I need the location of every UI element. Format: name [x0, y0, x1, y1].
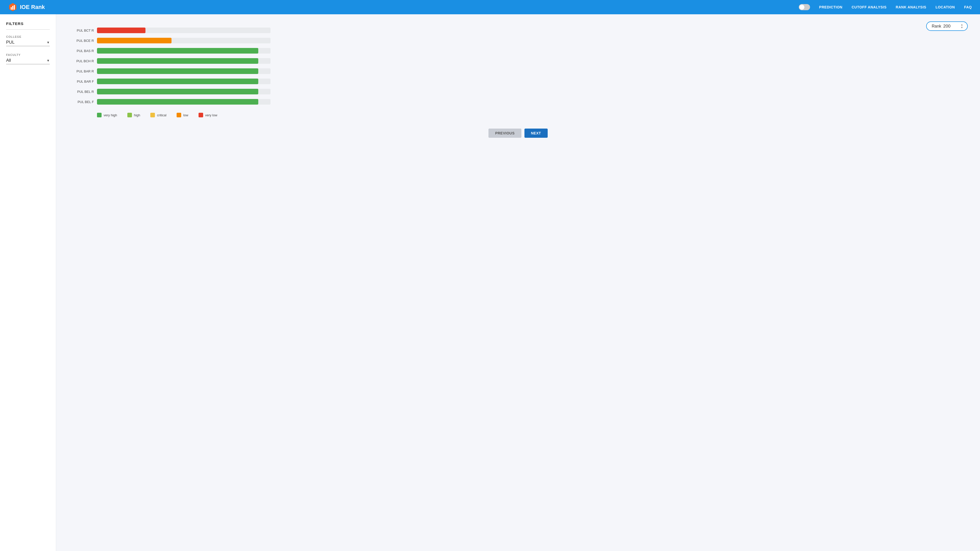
faculty-label: FACULTY: [6, 53, 50, 56]
college-filter-group: COLLEGE PUL ▼: [6, 35, 50, 46]
bar-row: PUL BAS R: [68, 48, 968, 54]
college-select[interactable]: PUL ▼: [6, 40, 50, 46]
svg-rect-3: [14, 5, 15, 10]
bar-fill: [97, 27, 145, 33]
legend-item-critical: critical: [150, 113, 166, 118]
bar-track: [97, 27, 270, 33]
faculty-value: All: [6, 58, 46, 63]
chevron-down-icon: ▼: [46, 41, 50, 44]
chevron-down-icon-faculty: ▼: [46, 59, 50, 62]
legend-item-very-low: very low: [199, 113, 218, 118]
nav-cutoff-analysis[interactable]: CUTOFF ANALYSIS: [852, 5, 886, 9]
bar-row: PUL BEL F: [68, 99, 968, 105]
svg-rect-1: [11, 7, 12, 10]
filters-title: FILTERS: [6, 21, 50, 26]
bar-row: PUL BEL R: [68, 89, 968, 94]
legend-item-low: low: [177, 113, 188, 118]
svg-rect-2: [12, 6, 13, 10]
rank-label: Rank: [932, 24, 941, 29]
header: IOE Rank PREDICTION CUTOFF ANALYSIS RANK…: [0, 0, 980, 14]
college-value: PUL: [6, 40, 46, 45]
faculty-select[interactable]: All ▼: [6, 58, 50, 64]
bar-fill: [97, 79, 258, 84]
bar-fill: [97, 38, 172, 43]
bar-label: PUL BAS R: [68, 49, 94, 53]
toggle-knob: [799, 5, 804, 10]
logo-icon: [8, 3, 18, 12]
rank-spinner[interactable]: ▲ ▼: [961, 24, 963, 29]
legend-label-low: low: [183, 113, 188, 117]
bar-fill: [97, 99, 258, 105]
bar-track: [97, 38, 270, 43]
bar-fill: [97, 58, 258, 64]
bar-fill: [97, 89, 258, 94]
bar-label: PUL BCH R: [68, 59, 94, 63]
bar-label: PUL BCT R: [68, 29, 94, 32]
bar-track: [97, 99, 270, 105]
legend-label-high: high: [134, 113, 140, 117]
pagination: PREVIOUS NEXT: [68, 129, 968, 138]
legend-color-low: [177, 113, 181, 118]
logo[interactable]: IOE Rank: [8, 3, 45, 12]
bar-track: [97, 48, 270, 54]
legend-color-high: [127, 113, 132, 118]
bar-row: PUL BCH R: [68, 58, 968, 64]
nav-faq[interactable]: FAQ: [964, 5, 972, 9]
legend-label-very-low: very low: [205, 113, 218, 117]
spinner-down-icon[interactable]: ▼: [961, 26, 963, 29]
legend: very highhighcriticallowvery low: [97, 113, 968, 118]
bar-fill: [97, 48, 258, 54]
rank-input[interactable]: [943, 24, 959, 29]
bar-label: PUL BEL F: [68, 100, 94, 104]
nav-location[interactable]: LOCATION: [935, 5, 955, 9]
spinner-up-icon[interactable]: ▲: [961, 24, 963, 26]
college-label: COLLEGE: [6, 35, 50, 38]
toggle-bg[interactable]: [799, 4, 810, 10]
bar-row: PUL BAR F: [68, 79, 968, 84]
legend-label-critical: critical: [157, 113, 166, 117]
bar-label: PUL BCE R: [68, 39, 94, 43]
next-button[interactable]: NEXT: [525, 129, 548, 138]
legend-color-very-high: [97, 113, 102, 118]
bar-track: [97, 79, 270, 84]
logo-text: IOE Rank: [20, 4, 45, 11]
legend-color-very-low: [199, 113, 203, 118]
bar-track: [97, 58, 270, 64]
faculty-filter-group: FACULTY All ▼: [6, 53, 50, 64]
legend-item-high: high: [127, 113, 140, 118]
bar-label: PUL BEL R: [68, 90, 94, 94]
bar-row: PUL BCT R: [68, 27, 968, 33]
rank-input-wrap: Rank ▲ ▼: [926, 21, 968, 31]
bar-label: PUL BAR R: [68, 69, 94, 73]
theme-toggle[interactable]: [799, 4, 810, 10]
bar-row: PUL BAR R: [68, 68, 968, 74]
filters-divider: [6, 29, 50, 30]
bars-section: PUL BCT RPUL BCE RPUL BAS RPUL BCH RPUL …: [68, 27, 968, 105]
page-wrap: FILTERS COLLEGE PUL ▼ FACULTY All ▼ Rank…: [0, 14, 980, 551]
bar-label: PUL BAR F: [68, 79, 94, 83]
bar-track: [97, 68, 270, 74]
header-nav: PREDICTION CUTOFF ANALYSIS RANK ANALYSIS…: [799, 4, 972, 10]
sidebar: FILTERS COLLEGE PUL ▼ FACULTY All ▼: [0, 14, 56, 551]
bar-row: PUL BCE R: [68, 38, 968, 43]
bar-track: [97, 89, 270, 94]
legend-color-critical: [150, 113, 155, 118]
nav-prediction[interactable]: PREDICTION: [819, 5, 842, 9]
legend-label-very-high: very high: [103, 113, 117, 117]
main-content: Rank ▲ ▼ PUL BCT RPUL BCE RPUL BAS RPUL …: [56, 14, 980, 551]
bar-fill: [97, 68, 258, 74]
previous-button[interactable]: PREVIOUS: [488, 129, 521, 138]
nav-rank-analysis[interactable]: RANK ANALYSIS: [896, 5, 926, 9]
legend-item-very-high: very high: [97, 113, 117, 118]
